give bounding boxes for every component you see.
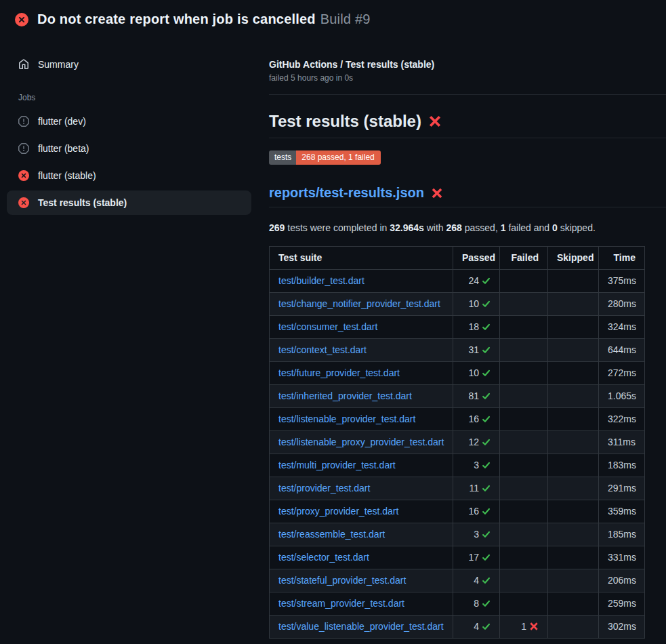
test-results-table: Test suite Passed Failed Skipped Time te…	[269, 246, 645, 639]
col-header-test-suite: Test suite	[270, 247, 453, 270]
page-title: Do not create report when job is cancell…	[37, 12, 371, 27]
passed-count: 31	[468, 344, 479, 355]
tests-badge: tests 268 passed, 1 failed	[269, 150, 381, 165]
test-suite-link[interactable]: test/inherited_provider_test.dart	[278, 390, 412, 401]
skipped-count	[548, 546, 599, 569]
col-header-skipped: Skipped	[548, 247, 599, 270]
test-suite-link[interactable]: test/multi_provider_test.dart	[278, 460, 396, 470]
time-value: 375ms	[599, 270, 645, 293]
skipped-count	[548, 270, 599, 293]
failed-count: 1	[521, 621, 526, 632]
check-icon	[482, 576, 491, 585]
job-label: flutter (beta)	[38, 143, 89, 154]
table-row: test/selector_test.dart 17 331ms	[270, 546, 645, 569]
time-value: 1.065s	[599, 385, 645, 408]
table-row: test/inherited_provider_test.dart 81 1.0…	[270, 385, 645, 408]
summary-line: 269 tests were completed in 32.964s with…	[269, 222, 666, 233]
sidebar-job-item[interactable]: flutter (stable)	[7, 163, 251, 188]
test-suite-link[interactable]: test/reassemble_test.dart	[278, 529, 385, 540]
skipped-count	[548, 569, 599, 592]
time-value: 291ms	[599, 477, 645, 500]
col-header-passed: Passed	[453, 247, 500, 270]
passed-count: 3	[474, 460, 479, 470]
passed-count: 4	[474, 621, 479, 632]
test-suite-link[interactable]: test/listenable_provider_test.dart	[278, 414, 415, 424]
failed-x-icon	[431, 187, 443, 199]
test-suite-link[interactable]: test/builder_test.dart	[278, 275, 365, 286]
time-value: 183ms	[599, 454, 645, 477]
passed-count: 16	[468, 414, 479, 424]
skipped-count	[548, 500, 599, 523]
time-value: 185ms	[599, 523, 645, 546]
test-suite-link[interactable]: test/selector_test.dart	[278, 552, 369, 563]
test-suite-link[interactable]: test/stream_provider_test.dart	[278, 598, 404, 609]
skipped-count	[548, 339, 599, 362]
table-row: test/stateful_provider_test.dart 4 206ms	[270, 569, 645, 592]
check-icon	[482, 323, 491, 331]
passed-count: 3	[474, 529, 479, 540]
time-value: 272ms	[599, 362, 645, 385]
passed-count: 12	[468, 437, 479, 447]
header: Do not create report when job is cancell…	[0, 0, 666, 37]
test-suite-link[interactable]: test/future_provider_test.dart	[278, 367, 400, 378]
time-value: 324ms	[599, 316, 645, 339]
table-row: test/change_notifier_provider_test.dart …	[270, 293, 645, 316]
col-header-failed: Failed	[500, 247, 548, 270]
passed-count: 81	[468, 390, 479, 401]
table-row: test/provider_test.dart 11 291ms	[270, 477, 645, 500]
check-icon	[482, 530, 491, 539]
skipped-count	[548, 408, 599, 431]
test-suite-link[interactable]: test/change_notifier_provider_test.dart	[278, 298, 440, 309]
test-suite-link[interactable]: test/stateful_provider_test.dart	[278, 575, 406, 586]
passed-count: 16	[468, 506, 479, 517]
test-suite-link[interactable]: test/value_listenable_provider_test.dart	[278, 621, 444, 632]
divider	[269, 94, 666, 95]
check-icon	[482, 553, 491, 562]
check-icon	[482, 346, 491, 355]
cancelled-status-icon	[18, 116, 29, 127]
table-header-row: Test suite Passed Failed Skipped Time	[270, 247, 645, 270]
skipped-count	[548, 316, 599, 339]
skipped-count	[548, 431, 599, 454]
sidebar: Summary Jobs flutter (dev) flutter (beta…	[0, 37, 258, 218]
report-title: reports/test-results.json	[269, 185, 666, 207]
test-suite-link[interactable]: test/proxy_provider_test.dart	[278, 506, 398, 517]
check-icon	[482, 438, 491, 447]
time-value: 644ms	[599, 339, 645, 362]
time-value: 322ms	[599, 408, 645, 431]
table-row: test/builder_test.dart 24 375ms	[270, 270, 645, 293]
failed-status-icon	[18, 197, 29, 208]
job-label: Test results (stable)	[38, 197, 127, 208]
jobs-section-label: Jobs	[18, 93, 258, 102]
failed-x-icon	[428, 115, 442, 128]
passed-count: 18	[468, 321, 479, 332]
skipped-count	[548, 616, 599, 639]
test-suite-link[interactable]: test/provider_test.dart	[278, 483, 370, 494]
skipped-count	[548, 293, 599, 316]
test-suite-link[interactable]: test/consumer_test.dart	[278, 321, 377, 332]
sidebar-job-item[interactable]: Test results (stable)	[7, 190, 251, 215]
jobs-list: flutter (dev) flutter (beta) flutter (st…	[0, 109, 258, 215]
build-number: Build #9	[320, 12, 371, 26]
sidebar-job-item[interactable]: flutter (beta)	[7, 136, 251, 161]
sidebar-item-summary[interactable]: Summary	[7, 52, 251, 77]
passed-count: 24	[468, 275, 479, 286]
run-meta: failed 5 hours ago in 0s	[269, 73, 666, 83]
table-row: test/future_provider_test.dart 10 272ms	[270, 362, 645, 385]
time-value: 359ms	[599, 500, 645, 523]
test-suite-link[interactable]: test/context_test.dart	[278, 344, 367, 355]
passed-count: 8	[474, 598, 479, 609]
test-suite-link[interactable]: test/listenable_proxy_provider_test.dart	[278, 437, 444, 447]
check-icon	[482, 507, 491, 516]
skipped-count	[548, 523, 599, 546]
table-row: test/consumer_test.dart 18 324ms	[270, 316, 645, 339]
skipped-count	[548, 592, 599, 616]
passed-count: 17	[468, 552, 479, 563]
sidebar-summary-label: Summary	[38, 59, 79, 70]
report-file-link[interactable]: reports/test-results.json	[269, 185, 424, 201]
time-value: 331ms	[599, 546, 645, 569]
check-icon	[482, 461, 491, 470]
time-value: 302ms	[599, 616, 645, 639]
table-row: test/reassemble_test.dart 3 185ms	[270, 523, 645, 546]
sidebar-job-item[interactable]: flutter (dev)	[7, 109, 251, 134]
